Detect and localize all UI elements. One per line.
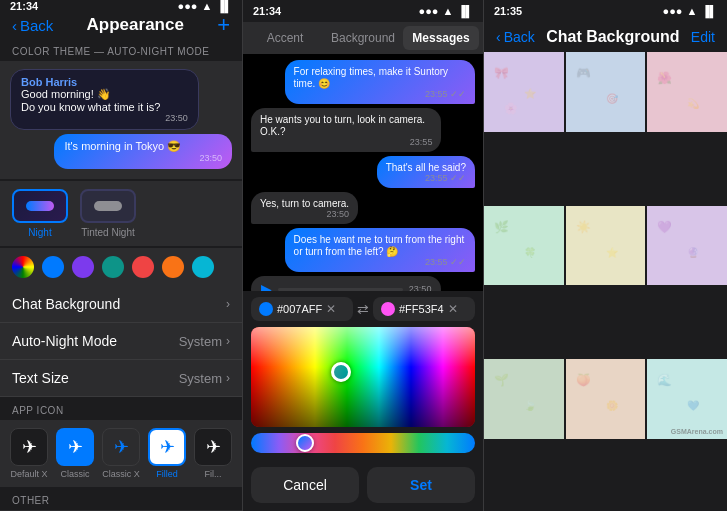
chat-background-label: Chat Background <box>12 296 120 312</box>
nav-bar-p3: ‹ Back Chat Background Edit <box>484 22 727 52</box>
wifi-icon-p2: ▲ <box>443 5 454 17</box>
add-button-p1[interactable]: + <box>217 12 230 38</box>
play-icon[interactable]: ▶ <box>261 281 272 291</box>
tab-background[interactable]: Background <box>325 26 401 50</box>
icon-classic-x[interactable]: ✈ Classic X <box>102 428 140 479</box>
bg-option-4[interactable]: 🌿🍀 <box>484 206 564 286</box>
bg-option-6[interactable]: 💜🔮 <box>647 206 727 286</box>
bg-option-1[interactable]: 🎀⭐🌸 <box>484 52 564 132</box>
svg-text:🔮: 🔮 <box>687 245 700 258</box>
set-button[interactable]: Set <box>367 467 475 503</box>
teal-dot[interactable] <box>102 256 124 278</box>
tinted-night-theme-box <box>80 189 136 223</box>
sent-bubble: It's morning in Tokyo 😎 23:50 <box>54 134 232 169</box>
icon-extra[interactable]: ✈ Fil... <box>194 428 232 479</box>
tinted-theme-pill <box>94 201 122 211</box>
color-tabs: Accent Background Messages <box>243 22 483 54</box>
bg-option-7[interactable]: 🌱🍃 <box>484 359 564 439</box>
gradient-picker[interactable] <box>251 327 475 427</box>
icon-classic-glyph: ✈ <box>68 436 83 458</box>
cp-msg4: Yes, turn to camera. 23:50 <box>251 192 358 224</box>
bg-pattern-8: 🍑🌼 <box>566 359 646 439</box>
status-bar-p1: 21:34 ●●● ▲ ▐▌ <box>0 0 242 12</box>
nav-bar-p1: ‹ Back Appearance + <box>0 12 242 38</box>
color-dots-row <box>0 248 242 286</box>
bg-option-8[interactable]: 🍑🌼 <box>566 359 646 439</box>
cp-msg1-text: For relaxing times, make it Suntory time… <box>294 66 449 89</box>
cancel-button[interactable]: Cancel <box>251 467 359 503</box>
svg-text:🎀: 🎀 <box>494 65 509 80</box>
color-clear-1[interactable]: ✕ <box>326 302 336 316</box>
cp-msg3: That's all he said? 23:55 ✓✓ <box>377 156 475 188</box>
cp-msg4-time: 23:50 <box>260 209 349 219</box>
cp-msg3-time: 23:55 ✓✓ <box>386 173 466 183</box>
icon-default-x-label: Default X <box>10 469 47 479</box>
gradient-overlay <box>251 327 475 427</box>
cp-msg5-time: 23:55 ✓✓ <box>294 257 466 267</box>
svg-text:⭐: ⭐ <box>605 245 618 258</box>
color-input-1[interactable]: #007AFF ✕ <box>251 297 353 321</box>
icon-classic[interactable]: ✈ Classic <box>56 428 94 479</box>
color-input-2[interactable]: #FF53F4 ✕ <box>373 297 475 321</box>
cp-msg1-time: 23:55 ✓✓ <box>294 89 466 99</box>
bg-option-3[interactable]: 🌺💫 <box>647 52 727 132</box>
tab-accent[interactable]: Accent <box>247 26 323 50</box>
purple-dot[interactable] <box>72 256 94 278</box>
blue-dot[interactable] <box>42 256 64 278</box>
color-picker-panel: 21:34 ●●● ▲ ▐▌ Accent Background Message… <box>242 0 484 511</box>
svg-text:⭐: ⭐ <box>524 87 537 100</box>
picker-circle[interactable] <box>331 362 351 382</box>
bg-option-9[interactable]: GSMArena.com 🌊💙 <box>647 359 727 439</box>
multi-color-dot[interactable] <box>12 256 34 278</box>
theme-tinted-night[interactable]: Tinted Night <box>80 189 136 238</box>
bubble-msg1: Good morning! 👋 <box>21 88 188 101</box>
chat-background-row[interactable]: Chat Background › <box>0 286 242 323</box>
signal-icon: ●●● <box>178 0 198 12</box>
icon-classic-x-glyph: ✈ <box>114 436 129 458</box>
back-button-p1[interactable]: ‹ Back <box>12 17 53 34</box>
cyan-dot[interactable] <box>192 256 214 278</box>
bg-option-2[interactable]: 🎮🎯 <box>566 52 646 132</box>
icon-filled-glyph: ✈ <box>160 436 175 458</box>
theme-options-row: Night Tinted Night <box>0 181 242 246</box>
color-hex-2: #FF53F4 <box>399 303 444 315</box>
color-clear-2[interactable]: ✕ <box>448 302 458 316</box>
wifi-icon-p3: ▲ <box>687 5 698 17</box>
back-button-p3[interactable]: ‹ Back <box>496 29 535 45</box>
red-dot[interactable] <box>132 256 154 278</box>
hue-slider[interactable] <box>251 433 475 453</box>
cp-msg4-text: Yes, turn to camera. <box>260 198 349 209</box>
icon-extra-glyph: ✈ <box>206 436 221 458</box>
svg-text:☀️: ☀️ <box>576 219 591 234</box>
bg-pattern-2: 🎮🎯 <box>566 52 646 132</box>
icon-default-x[interactable]: ✈ Default X <box>10 428 48 479</box>
text-size-row[interactable]: Text Size System › <box>0 360 242 397</box>
signal-icon-p2: ●●● <box>419 5 439 17</box>
icon-filled[interactable]: ✈ Filled <box>148 428 186 479</box>
auto-night-chevron: › <box>226 334 230 348</box>
messages-preview: For relaxing times, make it Suntory time… <box>243 54 483 291</box>
night-theme-label: Night <box>28 227 51 238</box>
orange-dot[interactable] <box>162 256 184 278</box>
text-size-right: System › <box>179 371 230 386</box>
icon-classic-x-label: Classic X <box>102 469 140 479</box>
chat-background-panel: 21:35 ●●● ▲ ▐▌ ‹ Back Chat Background Ed… <box>484 0 727 511</box>
auto-night-row[interactable]: Auto-Night Mode System › <box>0 323 242 360</box>
color-theme-label: COLOR THEME — AUTO-NIGHT MODE <box>0 38 242 61</box>
status-time-p2: 21:34 <box>253 5 281 17</box>
bubble-time1: 23:50 <box>21 113 188 123</box>
bg-option-5[interactable]: ☀️⭐ <box>566 206 646 286</box>
icon-classic-x-box: ✈ <box>102 428 140 466</box>
theme-night[interactable]: Night <box>12 189 68 238</box>
status-bar-p3: 21:35 ●●● ▲ ▐▌ <box>484 0 727 22</box>
edit-button-p3[interactable]: Edit <box>691 29 715 45</box>
cp-msg1: For relaxing times, make it Suntory time… <box>285 60 475 104</box>
swap-icon[interactable]: ⇄ <box>357 301 369 317</box>
bubble-time2: 23:50 <box>64 153 222 163</box>
hue-thumb[interactable] <box>296 434 314 452</box>
icon-extra-box: ✈ <box>194 428 232 466</box>
cp-msg5: Does he want me to turn from the right o… <box>285 228 475 272</box>
bg-pattern-6: 💜🔮 <box>647 206 727 286</box>
received-bubble: Bob Harris Good morning! 👋 Do you know w… <box>10 69 199 130</box>
tab-messages[interactable]: Messages <box>403 26 479 50</box>
